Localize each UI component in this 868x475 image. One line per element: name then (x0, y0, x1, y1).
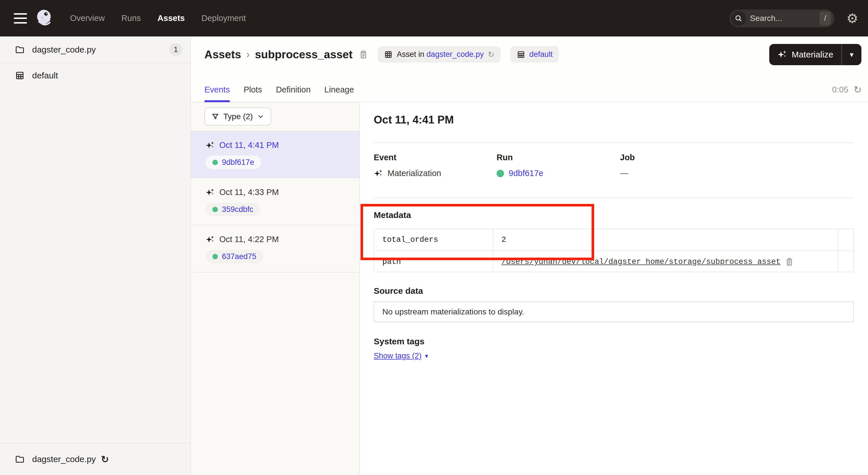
menu-icon[interactable] (14, 13, 27, 24)
event-detail-title: Oct 11, 4:41 PM (374, 114, 454, 126)
filter-bar: Type (2) (191, 102, 360, 131)
materialize-dropdown-caret[interactable]: ▾ (841, 44, 861, 65)
metadata-value: 2 (493, 229, 838, 251)
tab-lineage[interactable]: Lineage (324, 78, 354, 102)
repo-default-link[interactable]: default (529, 50, 553, 59)
event-type-value: Materialization (388, 169, 441, 178)
run-id-pill[interactable]: 359cdbfc (206, 203, 260, 216)
metadata-value: /Users/yuhan/dev/local/dagster_home/stor… (493, 251, 838, 273)
metadata-key: path (374, 251, 493, 273)
materialize-label: Materialize (792, 50, 833, 59)
run-id-link[interactable]: 359cdbfc (222, 205, 253, 214)
source-data-empty-box: No upstream materializations to display. (374, 301, 854, 322)
sidebar-footer-code-location[interactable]: dagster_code.py ↻ (0, 443, 190, 475)
event-timestamp: Oct 11, 4:33 PM (219, 187, 279, 197)
type-filter-button[interactable]: Type (2) (205, 108, 271, 125)
primary-nav: Overview Runs Assets Deployment (70, 13, 246, 23)
run-id-link[interactable]: 9dbf617e (222, 158, 254, 167)
materialization-sparkle-icon (374, 169, 383, 178)
caret-down-icon: ▾ (425, 352, 428, 360)
sidebar-item-default[interactable]: default (0, 63, 190, 88)
search-input[interactable] (750, 14, 819, 23)
settings-gear-icon[interactable]: ⚙ (846, 12, 858, 25)
event-list-item[interactable]: Oct 11, 4:41 PM 9dbf617e (191, 131, 360, 178)
show-tags-label: Show tags (2) (374, 352, 422, 360)
materialization-sparkle-icon (206, 188, 215, 197)
asset-in-label: Asset in (397, 50, 424, 59)
search-icon (731, 11, 746, 26)
event-detail-panel: Oct 11, 4:41 PM Event Materializatio (360, 102, 868, 475)
run-status-dot (497, 170, 504, 177)
reload-location-icon[interactable]: ↻ (488, 50, 494, 59)
sidebar-item-label: default (32, 71, 58, 81)
divider (374, 143, 854, 143)
main-content: Assets › subprocess_asset (191, 36, 868, 475)
reload-icon[interactable]: ↻ (101, 454, 109, 465)
sidebar-item-label: dagster_code.py (32, 45, 96, 55)
breadcrumb-assets[interactable]: Assets (205, 48, 241, 61)
run-column-label: Run (497, 153, 544, 162)
asset-count-badge: 1 (169, 43, 182, 56)
event-list-item[interactable]: Oct 11, 4:33 PM 359cdbfc (191, 178, 360, 226)
metadata-extra-cell (838, 229, 855, 251)
materialize-button[interactable]: Materialize (769, 44, 841, 65)
run-id-pill[interactable]: 9dbf617e (206, 156, 261, 169)
tabs-row: Events Plots Definition Lineage 0:05 ↻ (191, 78, 868, 102)
tab-plots[interactable]: Plots (244, 78, 262, 102)
search-bar[interactable]: / (730, 9, 834, 27)
metadata-key: total_orders (374, 229, 493, 251)
breadcrumb: Assets › subprocess_asset (205, 46, 559, 63)
page-header: Assets › subprocess_asset (191, 36, 868, 78)
sidebar-item-code-location[interactable]: dagster_code.py 1 (0, 36, 190, 63)
tab-events[interactable]: Events (205, 78, 230, 102)
divider (374, 198, 854, 198)
search-shortcut-badge: / (819, 11, 831, 25)
source-data-section-title: Source data (374, 286, 423, 296)
nav-right: / ⚙ (730, 9, 858, 27)
nav-runs[interactable]: Runs (121, 13, 141, 23)
copy-asset-name-icon[interactable] (359, 50, 368, 59)
asset-location-tag: Asset in dagster_code.py ↻ (378, 46, 501, 63)
metadata-table: total_orders 2 path /Users/yuhan/dev/loc… (374, 229, 854, 272)
tab-definition[interactable]: Definition (276, 78, 311, 102)
funnel-icon (211, 113, 219, 121)
run-id-pill[interactable]: 637aed75 (206, 250, 263, 263)
run-status-dot (212, 254, 218, 259)
table-grid-icon (384, 50, 393, 59)
folder-icon (15, 45, 25, 55)
copy-path-icon[interactable] (785, 258, 794, 266)
event-list-item[interactable]: Oct 11, 4:22 PM 637aed75 (191, 226, 360, 272)
breadcrumb-separator: › (246, 49, 250, 61)
tabs: Events Plots Definition Lineage (205, 78, 354, 102)
repo-grid-icon (517, 50, 525, 59)
refresh-icon[interactable]: ↻ (854, 84, 862, 95)
run-id-link[interactable]: 637aed75 (222, 252, 256, 261)
nav-assets[interactable]: Assets (158, 13, 185, 23)
run-status-dot (212, 207, 218, 212)
chevron-down-icon (257, 113, 265, 120)
run-status-dot (212, 160, 218, 165)
materialization-sparkle-icon (206, 141, 215, 150)
refresh-area: 0:05 ↻ (832, 84, 862, 95)
sidebar: dagster_code.py 1 default dagster_code.p… (0, 36, 191, 475)
sidebar-footer-label: dagster_code.py (32, 454, 96, 464)
code-location-link[interactable]: dagster_code.py (427, 50, 484, 59)
event-timestamp: Oct 11, 4:22 PM (219, 235, 279, 244)
sparkle-icon (777, 50, 787, 59)
show-tags-toggle[interactable]: Show tags (2) ▾ (374, 352, 428, 360)
nav-deployment[interactable]: Deployment (202, 13, 246, 23)
app-root: Overview Runs Assets Deployment / ⚙ (0, 0, 868, 475)
page-title: subprocess_asset (255, 48, 352, 61)
source-data-empty-message: No upstream materializations to display. (382, 307, 524, 317)
materialize-button-group: Materialize ▾ (769, 44, 861, 65)
metadata-section-title: Metadata (374, 210, 411, 220)
refresh-countdown: 0:05 (832, 85, 848, 94)
event-column-label: Event (374, 153, 441, 162)
run-id-link[interactable]: 9dbf617e (508, 169, 544, 178)
dagster-logo[interactable] (35, 9, 54, 28)
event-list-panel: Type (2) (191, 102, 360, 475)
nav-overview[interactable]: Overview (70, 13, 105, 23)
type-filter-label: Type (2) (223, 112, 253, 121)
path-link[interactable]: /Users/yuhan/dev/local/dagster_home/stor… (501, 258, 780, 266)
job-empty-value: — (620, 169, 628, 178)
